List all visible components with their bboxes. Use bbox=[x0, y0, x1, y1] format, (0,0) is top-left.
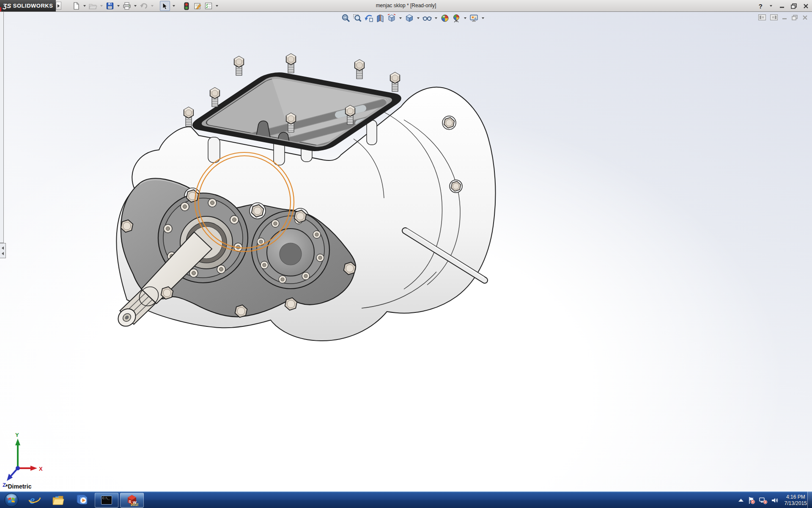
command-prompt-icon: C:\_ bbox=[101, 496, 112, 505]
volume-icon[interactable] bbox=[771, 497, 779, 504]
reference-triad[interactable]: Y X Z bbox=[3, 432, 43, 488]
new-dropdown-arrow[interactable] bbox=[83, 5, 86, 7]
windows-start-orb-icon bbox=[4, 492, 19, 508]
chevron-right-icon bbox=[58, 4, 60, 8]
clock-date: 7/13/2015 bbox=[785, 500, 807, 507]
view-orientation-label: *Dimetric bbox=[5, 483, 31, 490]
restore-button[interactable] bbox=[791, 3, 797, 9]
media-player-icon bbox=[76, 494, 88, 506]
checklist-icon bbox=[204, 2, 213, 10]
menu-expand-button[interactable] bbox=[56, 2, 61, 10]
svg-text:2015: 2015 bbox=[131, 502, 138, 506]
taskbar-item-command-prompt[interactable]: C:\_ bbox=[95, 493, 118, 508]
taskbar-clock[interactable]: 4:16 PM 7/13/2015 bbox=[785, 494, 807, 507]
note-edit-icon bbox=[193, 2, 202, 10]
save-icon bbox=[106, 2, 114, 10]
logo-red-accent bbox=[0, 7, 1, 11]
new-document-icon bbox=[72, 2, 80, 10]
undo-button[interactable] bbox=[139, 1, 149, 11]
taskbar-item-windows-explorer[interactable] bbox=[47, 492, 70, 508]
select-dropdown-button[interactable] bbox=[171, 1, 176, 11]
undo-icon bbox=[140, 2, 148, 10]
select-button[interactable] bbox=[160, 1, 170, 11]
show-desktop-button[interactable] bbox=[807, 491, 812, 508]
solidworks-xpert-button[interactable] bbox=[181, 1, 192, 11]
help-dropdown-arrow[interactable] bbox=[770, 5, 772, 7]
print-icon bbox=[123, 2, 131, 10]
print-dropdown-arrow[interactable] bbox=[134, 5, 137, 7]
system-tray: 4:16 PM 7/13/2015 bbox=[738, 492, 807, 508]
svg-text:e: e bbox=[30, 494, 35, 506]
undo-dropdown-arrow[interactable] bbox=[151, 5, 154, 7]
gearbox-model[interactable]: Y X Z bbox=[0, 12, 812, 491]
desktop: ƷS SOLIDWORKS bbox=[0, 0, 812, 508]
main-toolbar bbox=[71, 0, 219, 11]
taskbar-item-solidworks-2015[interactable]: S W 2015 bbox=[120, 493, 144, 508]
triad-x-label: X bbox=[39, 466, 43, 472]
window-controls: ? bbox=[759, 0, 809, 12]
save-button[interactable] bbox=[105, 1, 115, 11]
minimize-button[interactable] bbox=[779, 3, 785, 8]
windows-taskbar: e C:\_ bbox=[0, 491, 812, 508]
triad-y-label: Y bbox=[15, 432, 19, 438]
select-dropdown-arrow bbox=[173, 5, 175, 7]
clock-time: 4:16 PM bbox=[785, 494, 807, 500]
hidden-icons-arrow[interactable] bbox=[738, 498, 744, 502]
open-document-button[interactable] bbox=[88, 1, 98, 11]
start-button[interactable] bbox=[0, 492, 23, 508]
internet-explorer-icon: e bbox=[28, 494, 41, 506]
folder-icon bbox=[52, 494, 65, 506]
select-cursor-icon bbox=[162, 3, 168, 10]
taskbar-item-media-player[interactable] bbox=[70, 492, 94, 508]
comment-button[interactable] bbox=[192, 1, 203, 11]
taskbar-item-internet-explorer[interactable]: e bbox=[23, 492, 47, 508]
open-document-icon bbox=[89, 2, 97, 10]
close-button[interactable] bbox=[803, 3, 809, 9]
solidworks-logo-mark: ƷS bbox=[3, 2, 11, 9]
solidworks-logo: ƷS SOLIDWORKS bbox=[0, 0, 56, 11]
open-dropdown-arrow[interactable] bbox=[100, 5, 103, 7]
options-dropdown-arrow[interactable] bbox=[216, 5, 218, 7]
solidworks-2015-icon: S W 2015 bbox=[126, 494, 138, 506]
print-button[interactable] bbox=[122, 1, 132, 11]
secondary-flange[interactable] bbox=[252, 211, 329, 289]
solidworks-logo-name: SOLIDWORKS bbox=[13, 3, 53, 9]
help-button[interactable]: ? bbox=[759, 3, 763, 10]
new-document-button[interactable] bbox=[71, 1, 81, 11]
network-status-icon[interactable] bbox=[759, 497, 768, 504]
graphics-viewport[interactable]: Y X Z *Dimetric bbox=[0, 12, 812, 491]
traffic-light-icon bbox=[184, 2, 189, 10]
save-dropdown-arrow[interactable] bbox=[117, 5, 120, 7]
title-bar: ƷS SOLIDWORKS bbox=[0, 0, 812, 12]
options-button[interactable] bbox=[203, 1, 214, 11]
action-center-flag-icon[interactable] bbox=[748, 497, 755, 504]
